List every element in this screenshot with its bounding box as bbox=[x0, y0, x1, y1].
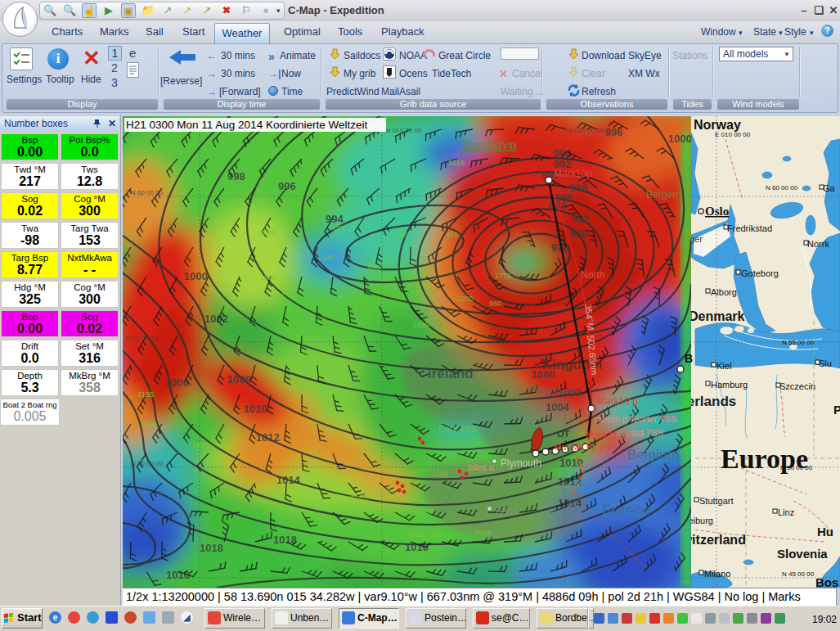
svg-text:416: 416 bbox=[446, 231, 458, 239]
svg-text:Bergen: Bergen bbox=[646, 189, 678, 201]
svg-text:1775: 1775 bbox=[495, 272, 511, 280]
svg-text:1689: 1689 bbox=[413, 321, 429, 329]
svg-text:Cork TSS: Cork TSS bbox=[438, 424, 477, 434]
svg-text:Mark10p: Mark10p bbox=[554, 168, 592, 179]
svg-text:Ireland: Ireland bbox=[428, 366, 474, 381]
svg-text:457: 457 bbox=[332, 224, 344, 232]
svg-text:1004: 1004 bbox=[546, 401, 570, 413]
svg-text:North: North bbox=[581, 269, 604, 281]
svg-text:Isles o: Isles o bbox=[468, 462, 494, 472]
svg-text:1990: 1990 bbox=[141, 421, 157, 429]
svg-text:1890: 1890 bbox=[260, 273, 276, 282]
svg-text:1008: 1008 bbox=[227, 373, 251, 385]
svg-text:Oslo: Oslo bbox=[705, 205, 729, 218]
svg-text:2038: 2038 bbox=[259, 228, 276, 237]
svg-text:549: 549 bbox=[322, 254, 335, 262]
svg-text:N 60 00.00: N 60 00.00 bbox=[131, 189, 164, 196]
svg-text:OT: OT bbox=[557, 429, 570, 439]
svg-text:France: France bbox=[602, 502, 650, 518]
svg-text:998: 998 bbox=[227, 170, 245, 183]
svg-text:1010: 1010 bbox=[244, 403, 267, 415]
svg-text:Slovenia: Slovenia bbox=[777, 547, 828, 561]
svg-text:Belgium: Belgium bbox=[627, 448, 679, 462]
svg-text:mouth p Tedder TSS: mouth p Tedder TSS bbox=[595, 414, 677, 424]
svg-text:994: 994 bbox=[326, 213, 344, 225]
svg-text:N 45 00 00: N 45 00 00 bbox=[782, 570, 815, 578]
svg-text:1000: 1000 bbox=[184, 270, 208, 282]
svg-text:1835: 1835 bbox=[192, 441, 209, 449]
svg-text:W 010 00 00: W 010 00 00 bbox=[384, 127, 422, 134]
svg-text:Torshavn: Torshavn bbox=[460, 137, 517, 152]
svg-text:982: 982 bbox=[572, 213, 590, 225]
svg-text:B: B bbox=[685, 352, 693, 365]
svg-text:2188: 2188 bbox=[432, 470, 448, 478]
svg-text:457: 457 bbox=[395, 231, 407, 239]
svg-text:Stuttgart: Stuttgart bbox=[699, 496, 734, 506]
svg-text:ger: ger bbox=[690, 234, 703, 244]
svg-text:1010: 1010 bbox=[559, 457, 583, 469]
svg-text:996: 996 bbox=[278, 180, 296, 192]
svg-text:1000: 1000 bbox=[668, 133, 692, 145]
svg-text:1018: 1018 bbox=[200, 542, 223, 554]
svg-text:tsd TSS: tsd TSS bbox=[631, 428, 663, 438]
svg-text:N 50 00.00: N 50 00.00 bbox=[131, 460, 164, 467]
svg-text:Goteborg: Goteborg bbox=[741, 268, 779, 278]
svg-text:Hamburg: Hamburg bbox=[711, 380, 748, 390]
svg-text:Slu: Slu bbox=[819, 358, 832, 368]
svg-text:N 55 00 00: N 55 00 00 bbox=[782, 339, 815, 346]
svg-text:1012: 1012 bbox=[256, 431, 280, 444]
svg-text:Mark10 p: Mark10 p bbox=[597, 395, 638, 407]
svg-text:980: 980 bbox=[570, 228, 588, 240]
svg-text:N 60 00 00: N 60 00 00 bbox=[766, 184, 798, 192]
svg-text:3165: 3165 bbox=[137, 390, 154, 399]
svg-text:4630 - 266: 4630 - 266 bbox=[407, 530, 442, 539]
svg-text:980: 980 bbox=[489, 300, 501, 308]
svg-text:1002: 1002 bbox=[204, 313, 228, 325]
svg-text:Mark11 p: Mark11 p bbox=[586, 430, 626, 441]
svg-text:Szczecin: Szczecin bbox=[779, 381, 815, 391]
svg-text:Brest: Brest bbox=[495, 505, 519, 516]
svg-text:807: 807 bbox=[282, 288, 294, 296]
svg-text:Alborg: Alborg bbox=[711, 287, 737, 297]
svg-text:Fredrikstad: Fredrikstad bbox=[727, 223, 772, 233]
svg-text:2200: 2200 bbox=[456, 295, 473, 303]
svg-text:1006: 1006 bbox=[165, 376, 189, 389]
svg-text:P: P bbox=[833, 403, 840, 417]
svg-text:E 010 00 00: E 010 00 00 bbox=[715, 131, 751, 138]
svg-text:Milano: Milano bbox=[704, 569, 730, 579]
svg-text:1033: 1033 bbox=[417, 507, 433, 516]
svg-text:1680: 1680 bbox=[375, 488, 391, 496]
svg-text:Bos: Bos bbox=[815, 575, 838, 588]
svg-text:Linz: Linz bbox=[778, 507, 794, 517]
svg-text:Hu: Hu bbox=[817, 525, 833, 539]
svg-text:4426: 4426 bbox=[350, 491, 366, 499]
svg-text:1014: 1014 bbox=[276, 474, 301, 486]
svg-text:Ga: Ga bbox=[823, 183, 836, 193]
svg-text:Mur Mk Bp p p: Mur Mk Bp p p bbox=[554, 442, 613, 452]
svg-text:N 55 00.00: N 55 00.00 bbox=[126, 335, 159, 342]
svg-text:Kiel: Kiel bbox=[716, 361, 731, 371]
svg-text:W 000 00 00: W 000 00 00 bbox=[567, 127, 604, 134]
svg-text:690: 690 bbox=[368, 264, 380, 272]
svg-text:Plymouth: Plymouth bbox=[501, 457, 541, 469]
svg-text:Norrk: Norrk bbox=[807, 239, 829, 249]
svg-text:1616: 1616 bbox=[448, 159, 465, 167]
svg-text:H21 0300 Mon 11 Aug 2014 Koord: H21 0300 Mon 11 Aug 2014 Koordinierte We… bbox=[126, 119, 367, 131]
svg-text:Norway: Norway bbox=[694, 118, 741, 132]
svg-text:2654: 2654 bbox=[474, 529, 491, 537]
svg-text:Sheffield: Sheffield bbox=[539, 385, 574, 395]
